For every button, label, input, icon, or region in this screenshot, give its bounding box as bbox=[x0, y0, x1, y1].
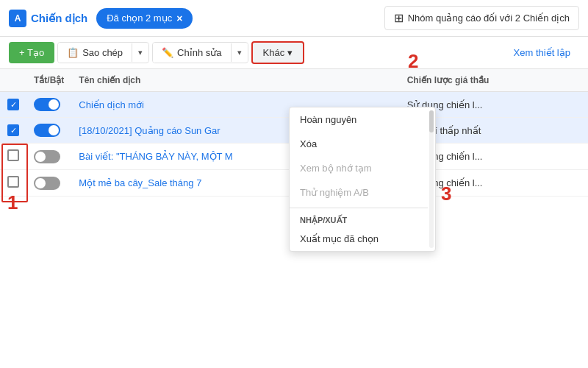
brand-logo: A Chiến dịch bbox=[9, 10, 87, 27]
table-header-row: Tắt/Bật Tên chiến dịch Chiến lược giá th… bbox=[0, 69, 588, 92]
row-checkbox-cell[interactable] bbox=[0, 170, 26, 197]
checkbox-checked[interactable]: ✓ bbox=[7, 99, 19, 110]
other-dropdown-menu: Hoàn nguyên Xóa Xem bộ nhớ tạm Thử nghiệ… bbox=[289, 107, 436, 252]
toggle-off[interactable] bbox=[34, 150, 60, 163]
dropdown-scrollbar-container: Hoàn nguyên Xóa Xem bộ nhớ tạm Thử nghiệ… bbox=[290, 107, 435, 251]
row-toggle-cell[interactable] bbox=[26, 118, 71, 144]
campaign-group-label: Nhóm quảng cáo đối với 2 Chiến dịch bbox=[408, 13, 570, 24]
checkbox-empty[interactable] bbox=[7, 149, 19, 161]
campaign-link[interactable]: Bài viết: "THÁNG BẢY NÀY, MỘT M bbox=[79, 151, 232, 162]
th-checkbox bbox=[0, 69, 26, 92]
edit-button-group: ✏️ Chỉnh sửa ▾ bbox=[152, 42, 248, 63]
dropdown-section-import-export: Nhập/Xuất bbox=[290, 211, 428, 227]
selected-badge[interactable]: Đã chọn 2 mục × bbox=[96, 8, 193, 29]
view-settings-button[interactable]: Xem thiết lập bbox=[505, 43, 579, 63]
scrollbar-thumb[interactable] bbox=[429, 110, 434, 132]
dropdown-item-clipboard: Xem bộ nhớ tạm bbox=[290, 156, 428, 180]
dropdown-items-list: Hoàn nguyên Xóa Xem bộ nhớ tạm Thử nghiệ… bbox=[290, 107, 428, 251]
toolbar: + Tạo 📋 Sao chép ▾ ✏️ Chỉnh sửa ▾ Khác ▾… bbox=[0, 37, 588, 69]
copy-dropdown-arrow[interactable]: ▾ bbox=[132, 43, 148, 62]
other-dropdown-arrow: ▾ bbox=[287, 47, 293, 58]
copy-button[interactable]: 📋 Sao chép bbox=[58, 43, 132, 63]
brand-icon: A bbox=[9, 10, 26, 27]
campaign-link[interactable]: [18/10/2021] Quảng cáo Sun Gar bbox=[79, 125, 220, 136]
th-toggle: Tắt/Bật bbox=[26, 69, 71, 92]
selected-badge-label: Đã chọn 2 mục bbox=[107, 13, 172, 24]
toggle-on[interactable] bbox=[34, 124, 60, 137]
brand-label: Chiến dịch bbox=[31, 12, 87, 25]
campaign-link[interactable]: Chiến dịch mới bbox=[79, 99, 144, 110]
dropdown-divider bbox=[290, 208, 428, 208]
row-checkbox-cell[interactable]: ✓ bbox=[0, 118, 26, 144]
grid-icon: ⊞ bbox=[394, 11, 404, 25]
close-icon[interactable]: × bbox=[176, 13, 182, 24]
copy-label: Sao chép bbox=[82, 47, 123, 58]
dropdown-item-delete[interactable]: Xóa bbox=[290, 132, 428, 156]
other-label: Khác bbox=[263, 47, 285, 58]
edit-label: Chỉnh sửa bbox=[177, 47, 221, 58]
checkbox-checked[interactable]: ✓ bbox=[7, 124, 19, 136]
edit-button[interactable]: ✏️ Chỉnh sửa bbox=[153, 43, 230, 63]
row-toggle-cell[interactable] bbox=[26, 144, 71, 170]
edit-icon: ✏️ bbox=[162, 47, 173, 58]
row-toggle-cell[interactable] bbox=[26, 170, 71, 197]
row-checkbox-cell[interactable]: ✓ bbox=[0, 92, 26, 118]
copy-button-group: 📋 Sao chép ▾ bbox=[57, 42, 149, 63]
scrollbar-track[interactable] bbox=[429, 110, 434, 248]
row-checkbox-cell[interactable] bbox=[0, 144, 26, 170]
other-button[interactable]: Khác ▾ bbox=[251, 41, 305, 64]
copy-icon: 📋 bbox=[67, 47, 79, 58]
checkbox-empty[interactable] bbox=[7, 176, 19, 188]
edit-dropdown-arrow[interactable]: ▾ bbox=[231, 43, 248, 62]
dropdown-item-ab-test: Thử nghiệm A/B bbox=[290, 180, 428, 205]
row-toggle-cell[interactable] bbox=[26, 92, 71, 118]
th-strategy: Chiến lược giá thầu bbox=[400, 69, 588, 92]
campaign-group-button[interactable]: ⊞ Nhóm quảng cáo đối với 2 Chiến dịch bbox=[384, 6, 579, 30]
dropdown-item-export-selected[interactable]: Xuất mục đã chọn bbox=[290, 227, 428, 251]
toggle-on[interactable] bbox=[34, 98, 60, 111]
create-button[interactable]: + Tạo bbox=[9, 42, 54, 63]
campaign-link[interactable]: Một mẻ ba cây_Sale tháng 7 bbox=[79, 177, 201, 188]
header-bar: A Chiến dịch Đã chọn 2 mục × ⊞ Nhóm quản… bbox=[0, 0, 588, 37]
th-name: Tên chiến dịch bbox=[71, 69, 399, 92]
toggle-off[interactable] bbox=[34, 177, 60, 190]
dropdown-item-revert[interactable]: Hoàn nguyên bbox=[290, 107, 428, 132]
